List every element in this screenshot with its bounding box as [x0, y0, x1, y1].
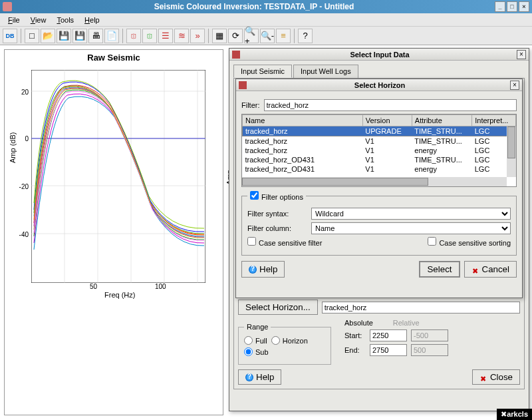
end-relative-input [411, 344, 448, 356]
select-horizon-dialog: Select Horizon × Filter: Name Version At… [235, 79, 523, 298]
menubar: File View Tools Help [0, 13, 532, 27]
save-icon[interactable]: 💾 [57, 29, 71, 43]
filter-options-legend: Filter options [261, 193, 303, 201]
svg-rect-0 [31, 70, 205, 283]
select-button[interactable]: Select [419, 261, 460, 278]
arrows-icon[interactable]: » [190, 29, 205, 43]
spectrum-plot [31, 70, 205, 283]
filter-label: Filter: [241, 101, 260, 109]
input-help-button[interactable]: Help [238, 369, 281, 385]
filter-column-select[interactable]: Name [311, 222, 511, 234]
menu-tools[interactable]: Tools [51, 15, 79, 25]
cancel-icon [471, 266, 479, 274]
filter-syntax-select[interactable]: Wildcard [311, 208, 511, 220]
copy-icon[interactable]: 📄 [104, 29, 119, 43]
horizon-dialog-close-icon[interactable]: × [510, 81, 519, 90]
start-label: Start: [344, 331, 366, 339]
dialog-icon [232, 51, 240, 59]
toolbar: DB □ 📂 💾 💾 🖶 📄 ⎅ ⎅ ☰ ≋ » ▦ ⟳ 🔍+ 🔍- ≡ ? [0, 27, 532, 45]
horizon-dialog-title: Select Horizon [249, 81, 510, 89]
close-button[interactable]: Close [472, 369, 520, 385]
table-row[interactable]: tracked_horzV1energyLGC [243, 146, 516, 155]
window-title: Seismic Coloured Inversion: TESTDATA_IP … [15, 2, 493, 11]
cancel-button[interactable]: Cancel [464, 261, 517, 278]
grid-icon[interactable]: ▦ [212, 29, 227, 43]
col-version[interactable]: Version [362, 115, 412, 126]
end-absolute-input[interactable] [370, 344, 407, 356]
filter-syntax-label: Filter syntax: [247, 210, 307, 218]
dialog-title: Select Input Data [243, 51, 517, 59]
x-axis-label: Freq (Hz) [104, 291, 135, 299]
tab-input-well-logs[interactable]: Input Well Logs [293, 65, 358, 78]
col-interpret[interactable]: Interpret... [472, 115, 516, 126]
radio-sub[interactable] [244, 347, 253, 356]
range-fieldset: Range Full Horizon Sub [238, 323, 331, 365]
label-sub: Sub [255, 348, 269, 356]
wave-1-icon[interactable]: ⎅ [126, 29, 141, 43]
col-name[interactable]: Name [243, 115, 363, 126]
tab-input-seismic[interactable]: Input Seismic [233, 65, 292, 78]
filter-input[interactable] [264, 99, 517, 111]
wave-3-icon[interactable]: ≋ [174, 29, 189, 43]
horizon-dialog-icon [239, 81, 247, 89]
dialog-close-icon[interactable]: × [517, 50, 526, 59]
case-sort-checkbox[interactable] [428, 237, 436, 246]
table-row[interactable]: tracked_horz_OD431V1TIME_STRU...LGC [243, 155, 516, 164]
help-icon [245, 373, 253, 381]
main-titlebar: Seismic Coloured Inversion: TESTDATA_IP … [0, 0, 532, 13]
ytick: 0 [10, 135, 29, 142]
save-as-icon[interactable]: 💾 [72, 29, 87, 43]
new-icon[interactable]: □ [25, 29, 39, 43]
range-legend: Range [244, 323, 271, 331]
menu-help[interactable]: Help [79, 15, 105, 25]
table-row[interactable]: tracked_horzUPGRADETIME_STRU...LGC [243, 126, 516, 136]
maximize-button[interactable]: □ [507, 1, 517, 12]
radio-horizon[interactable] [271, 336, 280, 345]
plot-panel: Raw Seismic Amp (dB) Amp Freq (Hz) 20 0 … [4, 49, 223, 415]
select-horizon-button[interactable]: Select Horizon... [238, 300, 318, 315]
table-row[interactable]: tracked_horzV1TIME_STRU...LGC [243, 136, 516, 146]
filter-options-fieldset: Filter options Filter syntax: Wildcard F… [241, 191, 517, 256]
start-absolute-input[interactable] [370, 329, 407, 341]
help-icon [249, 266, 257, 274]
end-label: End: [344, 346, 366, 354]
wave-2-icon[interactable]: ⎅ [142, 29, 157, 43]
print-icon[interactable]: 🖶 [88, 29, 103, 43]
radio-full[interactable] [244, 336, 253, 345]
menu-view[interactable]: View [25, 15, 52, 25]
open-icon[interactable]: 📂 [41, 29, 55, 43]
col-attribute[interactable]: Attribute [412, 115, 471, 126]
selected-horizon-field[interactable] [322, 302, 520, 314]
label-full: Full [255, 337, 267, 345]
app-icon [3, 2, 12, 11]
start-relative-input [411, 329, 448, 341]
xtick: 100 [155, 283, 166, 290]
menu-file[interactable]: File [3, 15, 25, 25]
xtick: 50 [90, 283, 97, 290]
case-filter-label: Case sensitive filter [259, 239, 322, 247]
case-sort-label: Case sensitive sorting [439, 239, 511, 247]
filter-column-label: Filter column: [247, 224, 307, 232]
table-vscrollbar[interactable] [507, 126, 516, 177]
close-window-button[interactable]: × [519, 1, 529, 12]
ytick: -20 [10, 183, 29, 190]
list-icon[interactable]: ☰ [158, 29, 173, 43]
plot-title: Raw Seismic [5, 53, 223, 63]
db-icon[interactable]: DB [3, 29, 17, 43]
refresh-icon[interactable]: ⟳ [228, 29, 243, 43]
layers-icon[interactable]: ≡ [276, 29, 291, 43]
horizon-help-button[interactable]: Help [241, 261, 285, 278]
zoom-out-icon[interactable]: 🔍- [260, 29, 275, 43]
case-filter-checkbox[interactable] [247, 237, 256, 246]
minimize-button[interactable]: _ [495, 1, 505, 12]
table-row[interactable]: tracked_horz_OD431V1energyLGC [243, 164, 516, 174]
horizon-table[interactable]: Name Version Attribute Interpret... trac… [241, 114, 517, 187]
filter-options-toggle[interactable] [250, 191, 259, 200]
ytick: -40 [10, 231, 29, 238]
close-icon [479, 373, 487, 381]
help-icon[interactable]: ? [298, 29, 313, 43]
label-horizon: Horizon [283, 337, 308, 345]
zoom-in-icon[interactable]: 🔍+ [244, 29, 259, 43]
absolute-label: Absolute [344, 319, 373, 327]
table-hscrollbar[interactable] [242, 177, 507, 186]
